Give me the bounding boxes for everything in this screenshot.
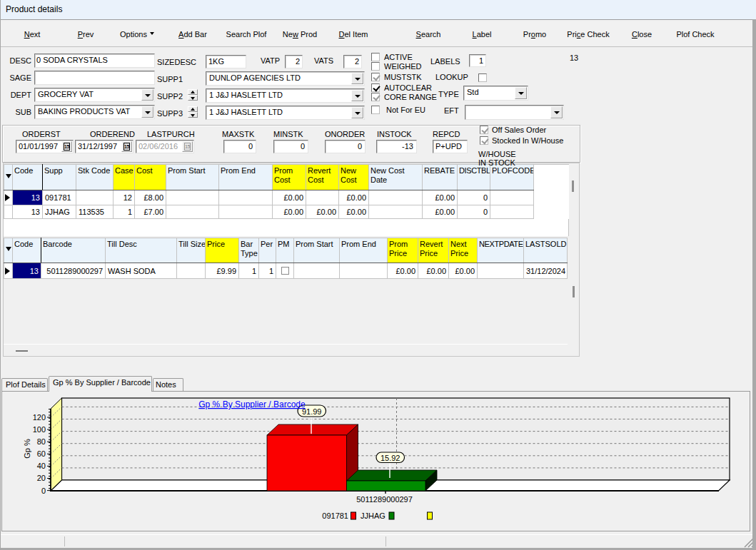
svg-text:Gp % By Supplier / Barcode: Gp % By Supplier / Barcode xyxy=(198,399,306,409)
svg-text:100: 100 xyxy=(33,425,46,434)
svg-text:120: 120 xyxy=(33,413,46,422)
svg-text:80: 80 xyxy=(37,437,46,446)
svg-text:60: 60 xyxy=(37,449,46,458)
svg-text:5011289000297: 5011289000297 xyxy=(356,495,413,504)
svg-text:40: 40 xyxy=(37,462,46,470)
svg-text:0: 0 xyxy=(41,487,46,495)
svg-text:091781: 091781 xyxy=(322,511,348,520)
svg-text:20: 20 xyxy=(37,474,46,482)
svg-text:15.92: 15.92 xyxy=(380,454,400,462)
svg-text:JJHAG: JJHAG xyxy=(361,511,385,520)
svg-text:Gp %: Gp % xyxy=(23,439,31,459)
